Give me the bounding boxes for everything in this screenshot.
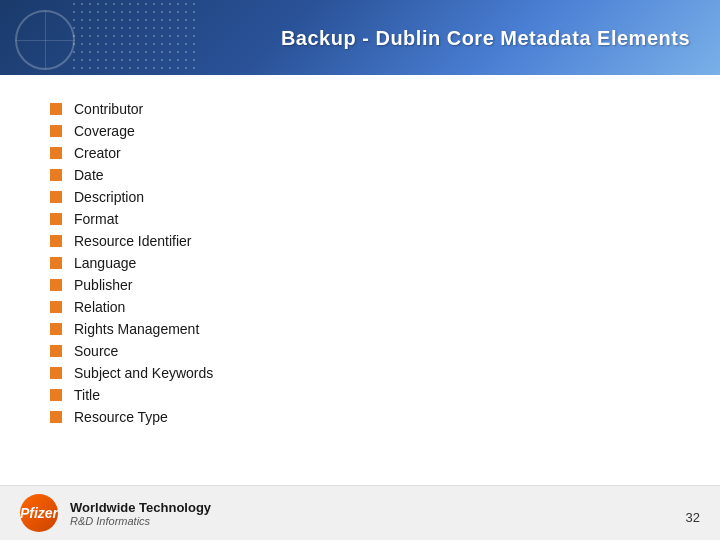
metadata-list: ContributorCoverageCreatorDateDescriptio…	[50, 100, 670, 426]
item-label-publisher: Publisher	[74, 277, 132, 293]
list-item-resource-identifier: Resource Identifier	[50, 232, 670, 250]
list-item-contributor: Contributor	[50, 100, 670, 118]
list-item-source: Source	[50, 342, 670, 360]
pfizer-logo: Pfizer	[20, 494, 58, 532]
list-item-coverage: Coverage	[50, 122, 670, 140]
item-label-format: Format	[74, 211, 118, 227]
bullet-square-icon	[50, 169, 62, 181]
list-item-language: Language	[50, 254, 670, 272]
list-item-format: Format	[50, 210, 670, 228]
main-content: ContributorCoverageCreatorDateDescriptio…	[0, 75, 720, 495]
item-label-rights-management: Rights Management	[74, 321, 199, 337]
bullet-square-icon	[50, 389, 62, 401]
bullet-square-icon	[50, 367, 62, 379]
page-number: 32	[686, 510, 700, 525]
list-item-relation: Relation	[50, 298, 670, 316]
item-label-coverage: Coverage	[74, 123, 135, 139]
bullet-square-icon	[50, 257, 62, 269]
bullet-square-icon	[50, 301, 62, 313]
list-item-resource-type: Resource Type	[50, 408, 670, 426]
item-label-title: Title	[74, 387, 100, 403]
bullet-square-icon	[50, 323, 62, 335]
list-item-rights-management: Rights Management	[50, 320, 670, 338]
list-item-description: Description	[50, 188, 670, 206]
company-subtitle: R&D Informatics	[70, 515, 211, 527]
list-item-date: Date	[50, 166, 670, 184]
globe-decoration	[10, 5, 170, 70]
bullet-square-icon	[50, 213, 62, 225]
footer-text: Worldwide Technology R&D Informatics	[70, 500, 211, 527]
item-label-resource-type: Resource Type	[74, 409, 168, 425]
bullet-square-icon	[50, 147, 62, 159]
footer: Pfizer Worldwide Technology R&D Informat…	[0, 485, 720, 540]
item-label-relation: Relation	[74, 299, 125, 315]
item-label-language: Language	[74, 255, 136, 271]
item-label-contributor: Contributor	[74, 101, 143, 117]
list-item-publisher: Publisher	[50, 276, 670, 294]
item-label-resource-identifier: Resource Identifier	[74, 233, 192, 249]
item-label-description: Description	[74, 189, 144, 205]
list-item-subject-and-keywords: Subject and Keywords	[50, 364, 670, 382]
bullet-square-icon	[50, 235, 62, 247]
item-label-subject-and-keywords: Subject and Keywords	[74, 365, 213, 381]
globe-grid-v	[45, 10, 46, 70]
bullet-square-icon	[50, 125, 62, 137]
company-title: Worldwide Technology	[70, 500, 211, 515]
bullet-square-icon	[50, 103, 62, 115]
list-item-creator: Creator	[50, 144, 670, 162]
header: Backup - Dublin Core Metadata Elements	[0, 0, 720, 75]
bullet-square-icon	[50, 411, 62, 423]
bullet-square-icon	[50, 345, 62, 357]
item-label-source: Source	[74, 343, 118, 359]
page-title: Backup - Dublin Core Metadata Elements	[281, 26, 690, 49]
item-label-creator: Creator	[74, 145, 121, 161]
list-item-title: Title	[50, 386, 670, 404]
bullet-square-icon	[50, 279, 62, 291]
item-label-date: Date	[74, 167, 104, 183]
bullet-square-icon	[50, 191, 62, 203]
